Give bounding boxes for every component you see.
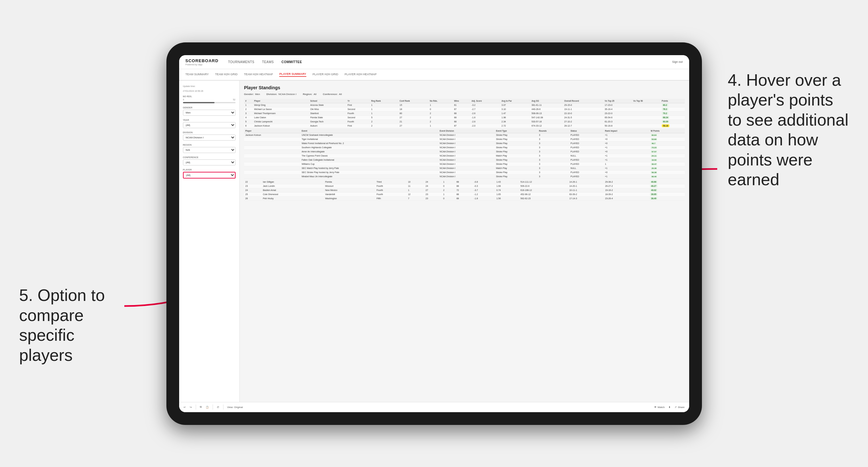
hover-row: SEC Stroke Play hosted by Jerry Pate NCA… <box>244 170 685 175</box>
annotation-left: 5. Option to compare specific players <box>19 285 121 365</box>
tablet-device: SCOREBOARD Powered by clipp TOURNAMENTS … <box>166 42 702 425</box>
table-row: 4 Luke Claton Florida State Second 5 27 … <box>244 115 685 120</box>
table-row: 2 Michael La Sasso Ole Miss Second 1 18 … <box>244 107 685 111</box>
hover-row: Williams Cup NCAA Division I Stroke Play… <box>244 162 685 166</box>
year-select[interactable]: (All) <box>183 122 236 128</box>
hover-col-event-type: Event Type <box>495 129 538 133</box>
undo-button[interactable]: ↩ <box>184 406 186 409</box>
copy-button[interactable]: ⧉ <box>200 405 202 409</box>
col-avg-to-par: Avg to Par <box>500 99 530 103</box>
subnav-team-summary[interactable]: TEAM SUMMARY <box>186 73 209 76</box>
nav-right: Sign out <box>672 60 682 63</box>
region-label: Region <box>183 144 236 146</box>
subnav-player-summary[interactable]: PLAYER SUMMARY <box>279 72 306 77</box>
hover-row: Fallen Oak Collegiate Invitational NCAA … <box>244 158 685 162</box>
points-value[interactable]: 60.09 <box>662 120 670 123</box>
subnav-player-h2h-heatmap[interactable]: PLAYER H2H HEATMAP <box>345 73 377 76</box>
filter-region: Region: All <box>303 93 316 96</box>
player-select[interactable]: (All) <box>183 172 236 179</box>
points-value[interactable]: 70.2 <box>662 112 669 115</box>
table-row: 23 Jack Lundin Missouri Fourth 11 24 0 8… <box>244 184 685 188</box>
watch-button[interactable]: 👁 Watch <box>654 406 664 409</box>
subnav-team-h2h-grid[interactable]: TEAM H2H GRID <box>215 73 238 76</box>
subnav-player-h2h-grid[interactable]: PLAYER H2H GRID <box>313 73 338 76</box>
view-original-button[interactable]: View: Original <box>227 406 243 409</box>
hover-row: The Cypress Point Classic NCAA Division … <box>244 154 685 158</box>
hover-detail-table: Player Event Event Division Event Type R… <box>244 129 685 179</box>
division-select[interactable]: NCAA Division I <box>183 134 236 141</box>
bottom-toolbar: ↩ ↪ ⧉ 📋 ⏱ View: Original 👁 Watch ⬇ ↗ Sha… <box>179 402 689 412</box>
gender-select[interactable]: Men <box>183 110 236 116</box>
col-no-rds: No Rds. <box>428 99 453 103</box>
filter-gender-label: Gender: <box>244 93 254 96</box>
col-reg-rank: Reg Rank <box>370 99 399 103</box>
filter-region-label: Region: <box>303 93 312 96</box>
col-points: Points <box>660 99 685 103</box>
nav-teams[interactable]: TEAMS <box>262 60 274 64</box>
gender-label: Gender <box>183 106 236 109</box>
table-row: 22 Ian Gilligan Florida Third 10 24 1 68… <box>244 180 685 184</box>
update-time-value: 27/01/2024 16:56:26 <box>183 90 236 92</box>
col-yr: Yr <box>346 99 370 103</box>
table-row: 3 Michael Thorbjornsen Stanford Fourth 1… <box>244 111 685 115</box>
sign-out-link[interactable]: Sign out <box>672 60 682 63</box>
points-value[interactable]: 68.34 <box>662 116 670 119</box>
col-avg-sg: Avg SG <box>530 99 563 103</box>
filter-division: Division: NCAA Division I <box>267 93 297 96</box>
col-overall: Overall Record <box>563 99 603 103</box>
table-row: 6 Jackson Koloun Auburn First 2 27 1 87 … <box>244 124 685 128</box>
redo-button[interactable]: ↪ <box>190 406 192 409</box>
annotation-right: 4. Hover over a player's points to see a… <box>728 70 849 189</box>
points-value[interactable]: 38.49 <box>650 197 658 200</box>
logo-area: SCOREBOARD Powered by clipp <box>186 58 219 66</box>
paste-button[interactable]: 📋 <box>206 406 209 409</box>
points-value[interactable]: 76.3 <box>662 108 669 111</box>
points-value-highlighted[interactable]: 58.18 <box>662 124 670 127</box>
col-player: Player <box>253 99 309 103</box>
table-row: 1 Wenyi Ding Arizona State First 1 15 1 … <box>244 103 685 107</box>
points-value[interactable]: 39.95 <box>650 193 658 196</box>
subnav-team-h2h-heatmap[interactable]: TEAM H2H HEATMAP <box>244 73 273 76</box>
points-value[interactable]: 80.2 <box>662 103 669 106</box>
player-label: Player <box>183 168 236 171</box>
toolbar-separator-3 <box>223 405 223 410</box>
panel-title: Player Standings <box>244 85 685 90</box>
timer-button[interactable]: ⏱ <box>217 406 219 409</box>
nav-committee[interactable]: COMMITTEE <box>281 60 302 64</box>
table-row: 26 Petr Hruby Washington Fifth 7 23 0 68… <box>244 196 685 200</box>
logo-sub: Powered by clipp <box>186 63 219 66</box>
filter-conference-value: All <box>339 93 342 96</box>
col-rank: # <box>244 99 253 103</box>
region-select[interactable]: N/A <box>183 147 236 153</box>
points-value[interactable]: 40.68 <box>650 180 658 183</box>
rounds-slider[interactable] <box>183 102 236 103</box>
division-label: Division <box>183 131 236 133</box>
navbar: SCOREBOARD Powered by clipp TOURNAMENTS … <box>179 55 689 69</box>
points-value[interactable]: 40.02 <box>650 189 658 192</box>
nav-links: TOURNAMENTS TEAMS COMMITTEE <box>228 60 672 64</box>
main-content: Update time: 27/01/2024 16:56:26 No Rds.… <box>179 81 689 402</box>
hover-col-event: Event <box>300 129 438 133</box>
nav-tournaments[interactable]: TOURNAMENTS <box>228 60 254 64</box>
points-value[interactable]: 40.27 <box>650 185 658 187</box>
rounds-label: No Rds. <box>183 95 236 97</box>
logo-text: SCOREBOARD <box>186 58 219 63</box>
hover-row: Southern Highlands Collegiate NCAA Divis… <box>244 145 685 150</box>
hover-col-player: Player <box>244 129 301 133</box>
year-label: Year <box>183 119 236 121</box>
rounds-min: 4 <box>183 98 184 101</box>
filter-row: Gender: Men Division: NCAA Division I Re… <box>244 93 685 96</box>
conference-label: Conference <box>183 156 236 158</box>
download-button[interactable]: ⬇ <box>669 406 671 409</box>
hover-row: Tiger Invitational NCAA Division I Strok… <box>244 137 685 141</box>
hover-col-rounds: Rounds <box>538 129 569 133</box>
right-panel: Player Standings Gender: Men Division: N… <box>240 81 689 402</box>
standings-table: # Player School Yr Reg Rank Conf Rank No… <box>244 99 685 128</box>
additional-rows-table: 22 Ian Gilligan Florida Third 10 24 1 68… <box>244 180 685 201</box>
tablet-screen: SCOREBOARD Powered by clipp TOURNAMENTS … <box>179 55 689 412</box>
share-button[interactable]: ↗ Share <box>675 406 684 409</box>
col-conf-rank: Conf Rank <box>398 99 428 103</box>
conference-select[interactable]: (All) <box>183 159 236 165</box>
col-vs-top50: Vs Top 50 <box>632 99 660 103</box>
filter-gender: Gender: Men <box>244 93 260 96</box>
